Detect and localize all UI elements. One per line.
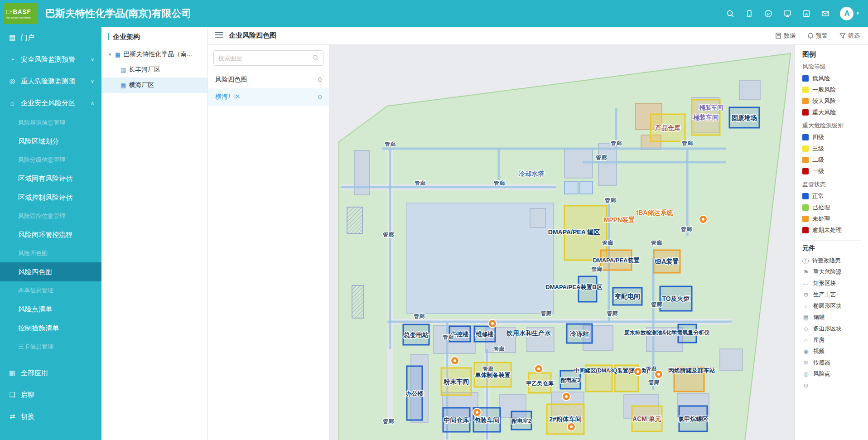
map-label: 管廊 <box>681 140 693 146</box>
layer-item[interactable]: 横海厂区0 <box>208 88 329 106</box>
layer-item-count: 0 <box>318 93 322 101</box>
building-icon: ▦ <box>121 82 126 89</box>
sidebar-item-enterprise-risk[interactable]: ⌂企业安全风险分区∧ <box>0 92 101 114</box>
legend-elements-title: 元件 <box>802 244 868 252</box>
p-badge-icon[interactable]: P <box>764 9 773 18</box>
hazard-marker[interactable] <box>699 215 707 223</box>
hamburger-icon[interactable] <box>215 32 223 40</box>
color-swatch <box>802 193 809 199</box>
sidebar-subitem[interactable]: 风险区域划分 <box>0 132 101 151</box>
hazard-marker[interactable] <box>451 357 459 365</box>
layer-item[interactable]: 风险四色图0 <box>208 71 329 88</box>
sidebar-subitem[interactable]: 风险点清单 <box>0 300 101 319</box>
hazard-marker-dot <box>491 322 494 325</box>
user-menu[interactable]: A ▾ <box>840 7 859 20</box>
hazard-marker[interactable] <box>488 319 497 328</box>
video-icon: ◉ <box>802 348 810 355</box>
legend-element-item: ⌂库房 <box>802 334 868 346</box>
map-zone-label: 2#粉体车间 <box>549 416 582 423</box>
hazard-marker[interactable] <box>535 365 543 373</box>
hazard-marker[interactable] <box>562 392 570 401</box>
map-zone-label: 桶装车间 <box>693 114 719 121</box>
search-icon[interactable] <box>312 54 319 63</box>
sidebar-item-chat[interactable]: ❏启聊 <box>0 384 101 406</box>
legend-element-label: 传感器 <box>813 359 830 367</box>
legend-title: 图例 <box>802 50 868 59</box>
sidebar-item-risk-monitor[interactable]: ◔安全风险监测预警∨ <box>0 48 101 70</box>
legend-item-label: 四级 <box>812 133 824 141</box>
logo-subtext: We create chemistry <box>6 16 38 19</box>
storage-tank-icon: ▤ <box>802 314 810 321</box>
legend-element-label: 储罐 <box>813 314 825 321</box>
sensor-icon: ≋ <box>802 359 810 366</box>
map-label: 管廊 <box>382 232 394 238</box>
hazard-marker-dot <box>570 425 573 428</box>
legend-item: 较大风险 <box>802 95 868 106</box>
translate-icon[interactable]: A <box>802 9 811 18</box>
sidebar-item-switch[interactable]: ⇄切换 <box>0 406 101 427</box>
process-icon: ⚙ <box>802 291 810 298</box>
monitor-icon[interactable] <box>783 9 792 18</box>
hazard-marker[interactable] <box>634 367 642 376</box>
map-zone-label: 中间仓库 <box>444 416 469 424</box>
map-label: 管廊 <box>384 141 396 147</box>
main-sidebar: ▤门户◔安全风险监测预警∨◎重大危险源监测预∨⌂企业安全风险分区∧ 风险辨识信息… <box>0 27 101 440</box>
hazard-marker-dot <box>476 411 478 414</box>
sidebar-subitem[interactable]: 风险闭环管控流程 <box>0 225 101 244</box>
hazard-marker[interactable] <box>567 423 575 431</box>
map-zone-label: ACM 单元 <box>632 415 661 422</box>
svg-text:P: P <box>767 11 770 16</box>
hazard-marker[interactable] <box>473 408 481 416</box>
sidebar-group-label: 风险辨识信息管理 <box>0 114 101 132</box>
mail-icon[interactable] <box>821 9 830 18</box>
legend-element-label: 椭圆形区块 <box>813 302 842 310</box>
toolbar-document-button[interactable]: 数据 <box>775 32 796 40</box>
legend-item: 已处理 <box>802 202 868 213</box>
map-label: 桶装车间 <box>699 104 723 111</box>
avatar[interactable]: A <box>840 7 854 20</box>
warehouse-icon: ⌂ <box>802 337 810 343</box>
caret-down-icon[interactable]: ▾ <box>109 52 115 58</box>
sidebar-subitem[interactable]: 控制措施清单 <box>0 319 101 338</box>
bell-icon <box>807 33 814 39</box>
sidebar-subitem[interactable]: 区域控制风险评估 <box>0 188 101 207</box>
map-label: 管廊 <box>680 226 692 232</box>
tree-panel-title: 企业架构 <box>101 27 207 47</box>
mobile-icon[interactable] <box>745 9 754 18</box>
sidebar-item-portal[interactable]: ▤门户 <box>0 27 101 48</box>
layer-search-input[interactable] <box>213 50 323 66</box>
legend-item-label: 三级 <box>812 145 824 153</box>
map-label: 管廊 <box>648 379 660 386</box>
tree-node[interactable]: ▾▦巴斯夫特性化学品（南... <box>101 47 207 62</box>
sidebar-group-label: 三卡信息管理 <box>0 338 101 356</box>
map-zone-label: 粉末车间 <box>443 378 469 385</box>
search-icon[interactable] <box>726 9 735 18</box>
tree-node[interactable]: ▦长丰河厂区 <box>101 62 207 77</box>
sidebar-subitem[interactable]: 区域固有风险评估 <box>0 169 101 188</box>
divider <box>802 240 861 241</box>
map-label: 丙烯腈罐及卸车站 <box>668 367 715 374</box>
map-building <box>564 181 578 194</box>
legend-element-label: 生产工艺 <box>813 291 836 299</box>
legend-item: 三级 <box>802 143 868 154</box>
legend-element-label: 多边形区块 <box>813 325 842 333</box>
sidebar-group-label: 风险分级信息管理 <box>0 151 101 169</box>
toolbar-bell-button[interactable]: 预警 <box>807 32 828 40</box>
risk-map[interactable]: 产品仓库桶装车间固废堆场DMAPA/PEA装置tBA装置变配电间TO及火炬总变电… <box>329 45 795 440</box>
toolbar-filter-button[interactable]: 筛选 <box>839 32 860 40</box>
sidebar-item-hazard-monitor[interactable]: ◎重大危险源监测预∨ <box>0 70 101 92</box>
tree-node[interactable]: ▦横海厂区 <box>101 77 207 93</box>
sidebar-subitem[interactable]: 风险四色图 <box>0 262 101 281</box>
tree-node-label: 横海厂区 <box>129 81 154 89</box>
map-zone-label: 维修楼 <box>476 331 494 338</box>
layers-panel: 风险四色图0横海厂区0 <box>208 45 329 440</box>
hazard-marker[interactable] <box>655 370 663 378</box>
major-hazard-icon: ⚑ <box>802 269 810 276</box>
chat-icon: ❏ <box>8 391 16 399</box>
sidebar-item-apps[interactable]: ▦全部应用 <box>0 362 101 384</box>
map-label: tBA储运系统 <box>637 209 674 216</box>
map-zone-label: 甲乙类仓库 <box>526 380 554 387</box>
map-building <box>720 349 743 371</box>
toolbar-button-label: 筛选 <box>848 32 860 40</box>
chevron-down-icon: ∨ <box>91 57 94 63</box>
